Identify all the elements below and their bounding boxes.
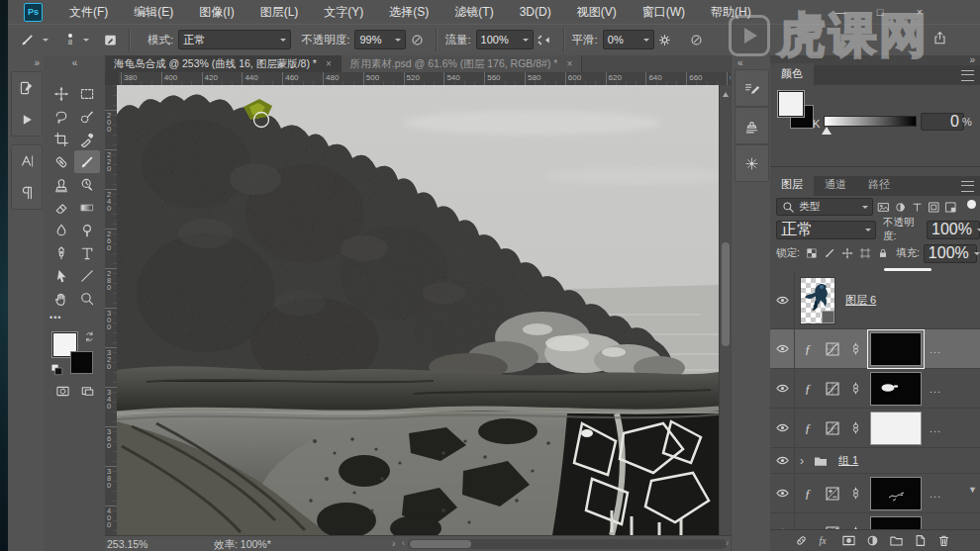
layer-mask-thumbnail[interactable]	[870, 516, 922, 530]
document-tab[interactable]: 海龟岛合成 @ 253% (曲线 16, 图层蒙版/8) *×	[105, 55, 342, 72]
k-slider-thumb[interactable]	[822, 127, 832, 135]
document-tab[interactable]: 所用素材.psd @ 61.6% (图层 176, RGB/8#) *×	[342, 55, 583, 72]
canvas-horizontal-scrollbar[interactable]	[408, 539, 727, 549]
layer-fill-field[interactable]: 100%	[924, 244, 977, 263]
shape-filter-icon[interactable]	[928, 201, 940, 214]
share-icon[interactable]	[932, 31, 947, 46]
quick-select-tool[interactable]	[74, 105, 100, 128]
new-group-icon[interactable]	[889, 533, 904, 548]
menu-item[interactable]: 文件(F)	[56, 0, 121, 24]
clone-source-panel-button[interactable]	[735, 107, 769, 144]
healing-tool[interactable]	[49, 150, 74, 173]
layer-row[interactable]: ƒ...	[770, 409, 980, 448]
lock-artboard-icon[interactable]	[859, 247, 871, 259]
layer-visibility-toggle[interactable]	[770, 329, 795, 368]
flow-select[interactable]: 100%	[476, 30, 534, 49]
maximize-button[interactable]: □	[867, 6, 893, 18]
lock-all-icon[interactable]	[877, 247, 889, 259]
pixel-filter-icon[interactable]	[877, 201, 890, 214]
smart-filter-icon[interactable]	[944, 201, 957, 214]
close-tab-icon[interactable]: ×	[566, 58, 572, 69]
group-expand-icon[interactable]: ›	[795, 454, 809, 468]
layer-visibility-toggle[interactable]	[770, 409, 795, 447]
collapse-tools-button[interactable]: «	[44, 57, 105, 68]
layer-visibility-toggle[interactable]	[770, 448, 795, 473]
k-slider[interactable]	[824, 116, 917, 127]
crop-tool[interactable]	[49, 128, 74, 150]
history-brush-tool[interactable]	[74, 173, 100, 196]
screen-mode-button[interactable]	[80, 384, 95, 399]
lock-transparency-icon[interactable]	[806, 247, 818, 259]
collapse-panels-button[interactable]: »	[969, 54, 974, 65]
smoothing-options-gear-icon[interactable]	[654, 29, 676, 50]
status-options-chevron[interactable]: ›	[392, 537, 396, 549]
adjustment-filter-icon[interactable]	[894, 201, 907, 214]
menu-item[interactable]: 图像(I)	[186, 0, 246, 24]
link-layers-icon[interactable]	[794, 533, 809, 548]
expand-right-dock-button[interactable]: «	[737, 57, 742, 68]
horizontal-scroll-thumb[interactable]	[410, 540, 471, 548]
layer-mask-thumbnail[interactable]	[870, 477, 922, 510]
canvas[interactable]	[117, 85, 719, 535]
layer-row[interactable]: ƒ...	[770, 329, 980, 369]
scroll-left-icon[interactable]: ‹	[402, 538, 405, 548]
layers-panel-menu-icon[interactable]	[961, 181, 974, 192]
lock-pixels-icon[interactable]	[824, 247, 835, 259]
board-brush-panel-button[interactable]	[12, 72, 42, 104]
close-tab-icon[interactable]: ×	[326, 58, 332, 69]
opacity-select[interactable]: 99%	[354, 30, 406, 49]
layer-visibility-toggle[interactable]	[770, 369, 795, 408]
menu-item[interactable]: 选择(S)	[376, 0, 441, 24]
k-value-field[interactable]: 0	[921, 113, 964, 131]
quick-mask-button[interactable]	[55, 384, 70, 399]
airbrush-icon[interactable]	[534, 29, 555, 50]
close-button[interactable]: ×	[907, 6, 932, 18]
hand-tool[interactable]	[49, 287, 74, 310]
eraser-tool[interactable]	[49, 196, 74, 219]
layers-scroll-chevron-icon[interactable]: ▼	[968, 485, 977, 495]
layer-visibility-toggle[interactable]	[770, 474, 795, 512]
zoom-tool[interactable]	[74, 287, 100, 310]
layer-row[interactable]: ƒ...	[770, 513, 980, 529]
smoothing-select[interactable]: 0%	[603, 30, 654, 49]
pen-tool[interactable]	[49, 241, 74, 264]
type-tool[interactable]	[74, 241, 100, 264]
tab-color[interactable]: 颜色	[770, 63, 814, 85]
brush-pose-panel-button[interactable]	[735, 144, 769, 182]
menu-item[interactable]: 帮助(H)	[698, 0, 764, 24]
zoom-level-field[interactable]: 253.15%	[107, 538, 147, 550]
adjustment-icon[interactable]	[865, 533, 880, 548]
lasso-tool[interactable]	[49, 105, 74, 128]
layer-row[interactable]: ƒ...	[770, 369, 980, 409]
layer-mask-thumbnail[interactable]	[870, 412, 922, 445]
background-color-swatch[interactable]	[70, 351, 93, 374]
swap-colors-icon[interactable]	[83, 329, 98, 344]
brush-preset-picker[interactable]: 8	[62, 34, 78, 46]
layer-thumbnail[interactable]	[800, 277, 835, 324]
scroll-up-icon[interactable]	[723, 89, 729, 97]
layer-visibility-toggle[interactable]	[770, 272, 795, 328]
dodge-tool[interactable]	[74, 219, 100, 241]
brush-picker-caret-icon[interactable]	[83, 39, 89, 45]
delete-layer-icon[interactable]	[936, 533, 951, 548]
brush-tool[interactable]	[74, 150, 100, 173]
layer-group-row[interactable]: ›组 1	[770, 448, 980, 474]
marquee-tool[interactable]	[74, 82, 100, 105]
eyedropper-tool[interactable]	[74, 128, 100, 150]
menu-item[interactable]: 图层(L)	[247, 0, 312, 24]
line-tool[interactable]	[74, 264, 100, 287]
layer-blend-mode-select[interactable]: 正常	[776, 221, 876, 239]
blur-tool[interactable]	[49, 219, 74, 241]
layer-visibility-toggle[interactable]	[770, 513, 795, 529]
tab-layers[interactable]: 图层	[770, 174, 814, 196]
play-panel-button[interactable]	[12, 104, 42, 136]
select-arrow-tool[interactable]	[49, 264, 74, 287]
horizontal-ruler[interactable]: 3804004204404604805005205405605806006206…	[105, 72, 731, 86]
layer-mask-thumbnail[interactable]	[870, 332, 922, 366]
stamp-tool[interactable]	[49, 173, 74, 196]
move-tool[interactable]	[49, 82, 74, 105]
menu-item[interactable]: 窗口(W)	[630, 0, 698, 24]
expand-left-dock-button[interactable]: »	[34, 57, 39, 68]
tab-channels[interactable]: 通道	[814, 174, 857, 196]
scroll-right-icon[interactable]: ›	[726, 538, 729, 548]
